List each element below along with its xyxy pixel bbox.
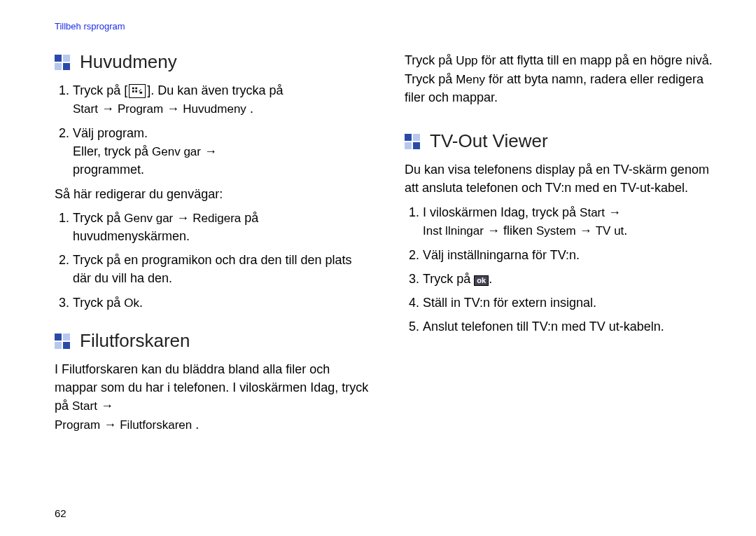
filutforskaren-heading: Filutforskaren: [55, 330, 371, 352]
list-item: Tryck på Ok.: [73, 294, 371, 312]
list-item: Tryck på Genv gar → Redigera på huvudmen…: [73, 209, 371, 246]
ui-label-program: Program: [118, 102, 163, 116]
huvudmeny-heading: Huvudmeny: [55, 51, 371, 73]
content-columns: Huvudmeny Tryck på [ ]. Du kan även tryc: [55, 46, 721, 440]
text: Tryck på: [73, 211, 124, 225]
filutforskaren-title: Filutforskaren: [80, 330, 190, 352]
list-item: Tryck på ok.: [423, 270, 721, 288]
ui-label-ok: Ok: [124, 296, 139, 310]
svg-rect-9: [140, 92, 143, 94]
list-item: Välj inställningarna för TV:n.: [423, 246, 721, 264]
tvout-intro: Du kan visa telefonens display på en TV-…: [405, 160, 721, 197]
ui-label-genvagar: Genv gar: [124, 212, 173, 225]
ui-label-start: Start: [72, 399, 97, 413]
ui-label-meny: Meny: [456, 73, 485, 86]
text: programmet.: [73, 163, 144, 177]
left-column: Huvudmeny Tryck på [ ]. Du kan även tryc: [55, 46, 371, 440]
filutforskaren-cont: Tryck på Upp för att flytta till en mapp…: [405, 51, 721, 106]
squares-icon: [405, 134, 420, 149]
svg-rect-13: [63, 342, 70, 349]
svg-rect-1: [63, 55, 70, 62]
list-item: Anslut telefonen till TV:n med TV ut-kab…: [423, 317, 721, 336]
svg-rect-10: [55, 334, 62, 341]
arrow-icon: →: [102, 102, 114, 116]
ui-label-system: System: [536, 224, 576, 238]
text: Välj program.: [73, 126, 148, 140]
squares-icon: [55, 55, 70, 70]
page: Tillbeh rsprogram Huvudmeny Tryck på: [0, 0, 756, 536]
svg-rect-11: [63, 334, 70, 341]
text: ]. Du kan även trycka på: [147, 83, 283, 97]
svg-rect-6: [132, 90, 134, 92]
redig-steps: Tryck på Genv gar → Redigera på huvudmen…: [55, 209, 371, 312]
tvout-title: TV-Out Viewer: [430, 130, 548, 152]
svg-rect-3: [63, 63, 70, 70]
filutforskaren-intro: I Filutforskaren kan du bläddra bland al…: [55, 360, 371, 434]
huvudmeny-title: Huvudmeny: [80, 51, 177, 73]
text: Tryck på: [405, 53, 456, 67]
arrow-icon: →: [608, 205, 621, 219]
tvout-heading: TV-Out Viewer: [405, 130, 721, 152]
page-number: 62: [55, 507, 66, 519]
section-header: Tillbeh rsprogram: [55, 21, 721, 32]
home-apps-icon: [129, 84, 146, 98]
ui-label-program: Program: [55, 418, 100, 432]
squares-icon: [55, 334, 70, 349]
list-item: I viloskärmen Idag, tryck på Start → Ins…: [423, 203, 721, 240]
ui-label-upp: Upp: [456, 54, 477, 67]
ui-label-filutforskaren: Filutforskaren: [120, 418, 192, 432]
svg-rect-16: [405, 142, 412, 149]
text: I viloskärmen Idag, tryck på: [423, 205, 580, 219]
list-item: Tryck på en programikon och dra den till…: [73, 251, 371, 287]
text: .: [489, 272, 492, 286]
huvudmeny-steps: Tryck på [ ]. Du kan även trycka på Star…: [55, 81, 371, 179]
arrow-icon: →: [167, 102, 179, 116]
text: Tryck på: [73, 296, 124, 310]
ui-label-redigera: Redigera: [192, 212, 241, 225]
tvout-steps: I viloskärmen Idag, tryck på Start → Ins…: [405, 203, 721, 336]
list-item: Ställ in TV:n för extern insignal.: [423, 294, 721, 312]
redig-intro: Så här redigerar du genvägar:: [55, 185, 371, 203]
svg-rect-0: [55, 55, 62, 62]
text: fliken: [500, 224, 536, 238]
arrow-icon: →: [104, 418, 116, 432]
right-column: Tryck på Upp för att flytta till en mapp…: [405, 46, 721, 440]
text: .: [195, 418, 199, 432]
svg-rect-12: [55, 342, 62, 349]
arrow-icon: →: [101, 399, 113, 413]
text: .: [624, 224, 627, 238]
ok-button-icon: ok: [474, 275, 489, 286]
svg-rect-14: [405, 134, 412, 141]
list-item: Tryck på [ ]. Du kan även trycka på Star…: [73, 81, 371, 118]
ui-label-start: Start: [73, 102, 98, 116]
list-item: Välj program. Eller, tryck på Genv gar →…: [73, 124, 371, 179]
ui-label-start: Start: [580, 206, 605, 219]
text: Tryck på [: [73, 83, 127, 97]
arrow-icon: →: [580, 224, 592, 238]
svg-marker-8: [139, 89, 142, 92]
arrow-icon: →: [204, 144, 217, 158]
svg-rect-17: [413, 142, 420, 149]
arrow-icon: →: [487, 224, 500, 238]
arrow-icon: →: [176, 211, 189, 225]
svg-rect-15: [413, 134, 420, 141]
svg-rect-5: [136, 88, 138, 90]
text: Tryck på: [423, 272, 474, 286]
svg-rect-7: [136, 90, 138, 92]
ui-label-tvut: TV ut: [596, 224, 624, 238]
ui-label-genvagar: Genv gar: [152, 145, 201, 158]
text: .: [139, 296, 143, 310]
svg-rect-4: [132, 88, 134, 90]
ui-label-installningar: Inst llningar: [423, 224, 484, 238]
text: Eller, tryck på: [73, 144, 152, 158]
ui-label-huvudmeny: Huvudmeny: [183, 102, 246, 116]
text: .: [250, 102, 253, 116]
svg-rect-2: [55, 63, 62, 70]
